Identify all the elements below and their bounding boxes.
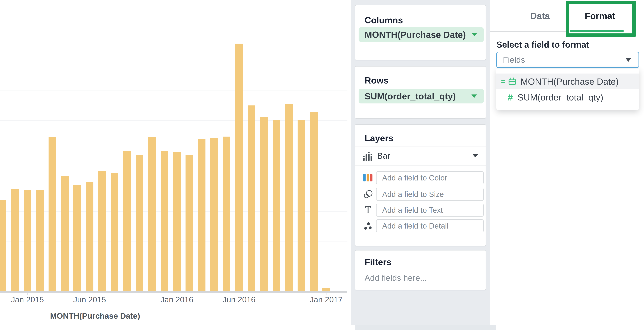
rows-shelf: Rows SUM(order_total_qty) xyxy=(355,66,486,119)
layer-type-dropdown[interactable]: Bar xyxy=(355,147,486,165)
detail-field-input[interactable] xyxy=(376,219,484,232)
fields-dropdown[interactable]: Fields xyxy=(496,52,639,68)
bar-mar-2015[interactable] xyxy=(48,137,56,291)
bar-may-2016[interactable] xyxy=(223,137,230,291)
bar-apr-2015[interactable] xyxy=(61,176,69,291)
text-T-icon: T xyxy=(362,204,374,217)
size-circles-icon xyxy=(362,188,374,201)
gridline xyxy=(0,90,348,91)
columns-shelf-title: Columns xyxy=(364,15,403,25)
bar-aug-2016[interactable] xyxy=(260,117,268,291)
bar-jul-2015[interactable] xyxy=(98,171,106,291)
detail-dots-icon xyxy=(362,219,374,232)
bar-chart-icon xyxy=(362,149,374,162)
bar-sep-2016[interactable] xyxy=(273,120,280,291)
chevron-down-icon[interactable] xyxy=(472,154,478,157)
bar-jul-2016[interactable] xyxy=(248,105,255,291)
fields-dropdown-menu: = MONTH(Purchase Date) # SUM(order_total… xyxy=(496,69,639,110)
bar-feb-2015[interactable] xyxy=(36,190,44,291)
text-drop-zone: T xyxy=(355,204,486,217)
text-field-input[interactable] xyxy=(376,204,484,217)
chevron-down-icon[interactable] xyxy=(472,95,477,98)
bar-apr-2016[interactable] xyxy=(210,138,218,291)
x-axis-tick xyxy=(239,292,240,295)
menu-item-month-purchase-date[interactable]: = MONTH(Purchase Date) xyxy=(496,74,639,89)
equals-icon: = xyxy=(501,78,506,85)
bar-oct-2015[interactable] xyxy=(136,155,143,291)
color-drop-zone xyxy=(355,171,486,184)
bar-jan-2017[interactable] xyxy=(322,288,330,291)
chart-canvas: MONTH(Purchase Date) Jan 2015Jun 2015Jan… xyxy=(0,0,348,330)
bar-jan-2016[interactable] xyxy=(173,152,181,291)
layers-card: Layers Bar xyxy=(355,124,486,246)
hash-icon: # xyxy=(508,93,513,102)
layers-card-title: Layers xyxy=(364,133,394,143)
x-axis-line xyxy=(0,291,346,292)
color-field-input[interactable] xyxy=(376,171,484,184)
bar-sep-2015[interactable] xyxy=(123,151,131,291)
bar-nov-2014[interactable] xyxy=(0,200,6,291)
table-header-underline xyxy=(164,325,251,325)
size-drop-zone xyxy=(355,188,486,201)
filters-card[interactable]: Filters Add fields here... xyxy=(355,250,486,290)
x-tick-label: Jan 2017 xyxy=(300,295,353,304)
columns-field-pill[interactable]: MONTH(Purchase Date) xyxy=(358,27,484,42)
chevron-down-icon[interactable] xyxy=(626,58,631,62)
filters-card-title: Filters xyxy=(364,257,392,267)
filters-placeholder: Add fields here... xyxy=(364,273,427,283)
bar-nov-2015[interactable] xyxy=(148,137,156,291)
rows-field-pill[interactable]: SUM(order_total_qty) xyxy=(358,89,484,104)
divider xyxy=(355,165,486,165)
x-axis-tick xyxy=(177,292,177,295)
fields-dropdown-value: Fields xyxy=(503,55,626,65)
chart-builder-app: MONTH(Purchase Date) Jan 2015Jun 2015Jan… xyxy=(0,0,644,330)
columns-field-label: MONTH(Purchase Date) xyxy=(364,30,472,40)
bar-dec-2016[interactable] xyxy=(310,112,318,291)
bar-dec-2014[interactable] xyxy=(11,189,19,291)
rows-shelf-title: Rows xyxy=(364,75,388,86)
gridline xyxy=(0,120,348,121)
x-tick-label: Jun 2016 xyxy=(212,295,266,304)
x-axis-title: MONTH(Purchase Date) xyxy=(45,311,145,320)
bar-jun-2015[interactable] xyxy=(86,182,94,291)
menu-item-label: SUM(order_total_qty) xyxy=(518,92,603,103)
x-axis-tick xyxy=(28,292,28,295)
x-axis-tick xyxy=(90,292,90,295)
panel-scroll-strip xyxy=(355,325,496,330)
bar-mar-2016[interactable] xyxy=(198,139,206,291)
menu-item-label: MONTH(Purchase Date) xyxy=(520,76,619,87)
size-field-input[interactable] xyxy=(376,188,484,201)
rows-field-label: SUM(order_total_qty) xyxy=(364,91,472,101)
bar-jan-2015[interactable] xyxy=(24,190,31,291)
detail-drop-zone xyxy=(355,219,486,232)
tab-data[interactable]: Data xyxy=(510,0,570,32)
color-bars-icon xyxy=(362,171,374,184)
menu-item-sum-order-total-qty[interactable]: # SUM(order_total_qty) xyxy=(496,89,639,105)
bar-feb-2016[interactable] xyxy=(186,155,193,291)
chevron-down-icon[interactable] xyxy=(472,33,477,36)
bar-dec-2015[interactable] xyxy=(160,151,168,291)
bar-nov-2016[interactable] xyxy=(298,120,305,291)
columns-shelf: Columns MONTH(Purchase Date) xyxy=(355,5,486,60)
x-tick-label: Jan 2016 xyxy=(150,295,204,304)
tabbar-divider xyxy=(490,32,566,32)
bar-aug-2015[interactable] xyxy=(111,173,118,291)
table-header-underline xyxy=(259,325,304,325)
bar-oct-2016[interactable] xyxy=(285,104,293,291)
select-field-heading: Select a field to format xyxy=(496,40,589,50)
gridline xyxy=(0,60,348,60)
layer-type-label: Bar xyxy=(377,151,472,161)
format-panel: Data Format Select a field to format Fie… xyxy=(490,0,644,330)
bar-may-2015[interactable] xyxy=(73,185,81,291)
bar-jun-2016[interactable] xyxy=(235,44,243,291)
x-axis-tick xyxy=(326,292,326,295)
x-tick-label: Jun 2015 xyxy=(63,295,116,304)
shelf-panel: Columns MONTH(Purchase Date) Rows SUM(or… xyxy=(351,0,490,325)
x-tick-label: Jan 2015 xyxy=(1,295,54,304)
green-highlight-annotation xyxy=(566,1,636,37)
bar-chart-plot xyxy=(0,0,348,291)
calendar-icon xyxy=(508,77,516,86)
